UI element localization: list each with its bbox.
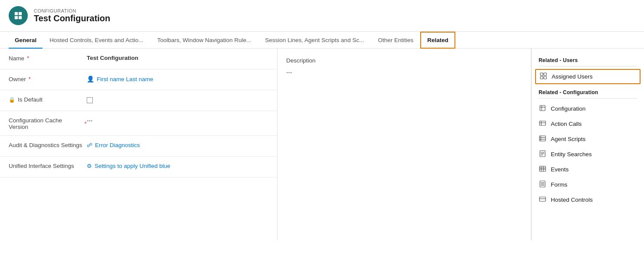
svg-rect-31 [539, 197, 546, 201]
error-diagnostics-link[interactable]: ☍ Error Diagnostics [87, 142, 268, 148]
config-title: Test Configuration [34, 13, 110, 23]
svg-rect-11 [539, 121, 546, 125]
svg-rect-2 [15, 16, 18, 19]
tab-toolbars[interactable]: Toolbars, Window Navigation Rule... [150, 32, 258, 49]
related-config-header: Related - Configuration [532, 85, 644, 98]
forms-label: Forms [551, 181, 567, 188]
audit-icon: ☍ [87, 142, 92, 148]
main-content: Name * Test Configuration Owner * 👤 Firs… [0, 49, 644, 240]
tab-hosted-controls[interactable]: Hosted Controls, Events and Actio... [42, 32, 150, 49]
tab-session-lines[interactable]: Session Lines, Agent Scripts and Sc... [258, 32, 371, 49]
label-name: Name * [9, 54, 87, 62]
assigned-users-label: Assigned Users [552, 73, 593, 80]
lock-icon: 🔒 [9, 97, 15, 103]
related-panel: Related - Users Assigned Users Related -… [531, 49, 644, 240]
form-row-unified-interface: Unified Interface Settings ⚙ Settings to… [0, 157, 277, 177]
value-unified-interface: ⚙ Settings to apply Unified blue [87, 162, 268, 169]
config-label: CONFIGURATION [34, 8, 110, 13]
value-cache-version: --- [87, 116, 268, 124]
hosted-controls-icon [539, 196, 546, 204]
agent-scripts-label: Agent Scripts [551, 136, 585, 142]
svg-rect-6 [540, 76, 543, 79]
forms-icon [539, 181, 546, 189]
form-row-is-default: 🔒 Is Default [0, 90, 277, 111]
value-audit: ☍ Error Diagnostics [87, 141, 268, 148]
svg-rect-0 [15, 12, 18, 15]
form-row-cache-version: Configuration Cache Version * --- [0, 111, 277, 136]
label-unified-interface: Unified Interface Settings [9, 162, 87, 169]
value-owner[interactable]: 👤 First name Last name [87, 75, 268, 82]
agent-scripts-icon [539, 135, 546, 143]
value-name: Test Configuration [87, 54, 268, 61]
configuration-label: Configuration [551, 105, 585, 112]
related-item-action-calls[interactable]: Action Calls [532, 116, 644, 131]
form-panel: Name * Test Configuration Owner * 👤 Firs… [0, 49, 278, 240]
form-row-name: Name * Test Configuration [0, 49, 277, 69]
label-cache-version: Configuration Cache Version * [9, 116, 87, 130]
related-users-header: Related - Users [532, 53, 644, 66]
related-item-hosted-controls[interactable]: Hosted Controls [532, 192, 644, 207]
related-item-events[interactable]: Events [532, 162, 644, 177]
label-is-default: 🔒 Is Default [9, 95, 87, 103]
tab-other-entities[interactable]: Other Entities [371, 32, 420, 49]
configuration-icon [539, 105, 546, 113]
unified-icon: ⚙ [87, 163, 92, 169]
related-item-configuration[interactable]: Configuration [532, 101, 644, 116]
nav-tabs: General Hosted Controls, Events and Acti… [0, 32, 644, 49]
label-audit: Audit & Diagnostics Settings [9, 141, 87, 148]
form-row-owner: Owner * 👤 First name Last name [0, 69, 277, 90]
unified-label: Settings to apply Unified blue [95, 163, 170, 169]
hosted-controls-label: Hosted Controls [551, 197, 593, 203]
form-row-audit: Audit & Diagnostics Settings ☍ Error Dia… [0, 136, 277, 157]
assigned-users-icon [539, 72, 547, 81]
svg-rect-14 [539, 136, 546, 141]
action-calls-label: Action Calls [551, 121, 582, 127]
action-calls-icon [539, 120, 546, 128]
svg-rect-22 [539, 166, 546, 171]
description-label: Description [286, 57, 522, 64]
related-item-assigned-users[interactable]: Assigned Users [535, 69, 641, 84]
required-star-name: * [27, 55, 29, 62]
related-item-entity-searches[interactable]: Entity Searches [532, 147, 644, 162]
app-header: CONFIGURATION Test Configuration [0, 0, 644, 32]
label-owner: Owner * [9, 75, 87, 82]
svg-rect-7 [544, 76, 546, 79]
audit-label: Error Diagnostics [95, 142, 140, 148]
description-value: --- [286, 69, 522, 75]
app-icon [9, 6, 28, 25]
required-star-owner: * [29, 75, 31, 82]
entity-searches-icon [539, 150, 546, 158]
entity-searches-label: Entity Searches [551, 151, 592, 158]
value-is-default [87, 95, 268, 105]
svg-rect-5 [544, 73, 546, 75]
header-text: CONFIGURATION Test Configuration [34, 8, 110, 23]
svg-rect-8 [540, 105, 545, 111]
related-config-divider [539, 98, 637, 98]
svg-rect-3 [19, 16, 22, 19]
related-item-forms[interactable]: Forms [532, 177, 644, 192]
is-default-checkbox[interactable] [87, 97, 93, 103]
unified-interface-link[interactable]: ⚙ Settings to apply Unified blue [87, 163, 268, 169]
related-item-agent-scripts[interactable]: Agent Scripts [532, 131, 644, 147]
tab-related[interactable]: Related [420, 32, 455, 49]
owner-name: First name Last name [97, 76, 154, 82]
person-icon: 👤 [87, 75, 94, 82]
config-icon [13, 11, 23, 20]
svg-rect-4 [540, 73, 543, 75]
svg-rect-1 [19, 12, 22, 15]
related-users-divider [539, 66, 637, 66]
description-panel: Description --- [278, 49, 531, 240]
tab-general[interactable]: General [9, 33, 42, 49]
events-icon [539, 165, 546, 174]
events-label: Events [551, 166, 569, 173]
